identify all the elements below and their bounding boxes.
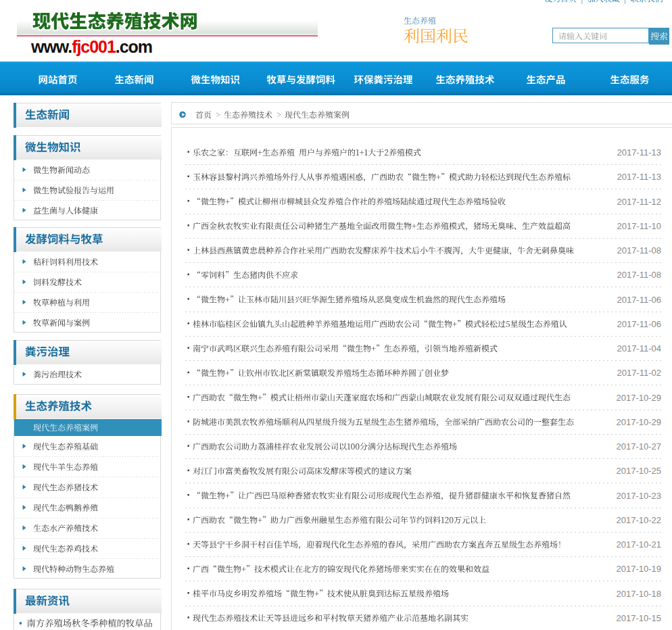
svg-text:2017-11-12: 2017-11-12: [617, 197, 661, 207]
svg-text:2017-10-29: 2017-10-29: [617, 393, 662, 403]
svg-text:2017-11-06: 2017-11-06: [617, 319, 661, 329]
svg-text:2017-10-15: 2017-10-15: [617, 613, 662, 623]
svg-text:2017-10-18: 2017-10-18: [617, 589, 662, 599]
svg-text:2017-10-19: 2017-10-19: [617, 564, 662, 574]
svg-text:2017-10-23: 2017-10-23: [617, 491, 662, 501]
svg-text:2017-11-13: 2017-11-13: [617, 172, 661, 182]
svg-text:2017-11-02: 2017-11-02: [617, 368, 661, 378]
svg-text:2017-11-06: 2017-11-06: [617, 295, 661, 305]
svg-text:2017-11-10: 2017-11-10: [617, 221, 661, 231]
svg-text:2017-10-25: 2017-10-25: [617, 466, 662, 476]
svg-text:2017-10-27: 2017-10-27: [617, 441, 662, 452]
svg-text:2017-11-04: 2017-11-04: [617, 343, 661, 354]
svg-text:2017-11-13: 2017-11-13: [617, 147, 661, 158]
svg-text:2017-11-08: 2017-11-08: [617, 245, 661, 256]
svg-text:2017-10-21: 2017-10-21: [617, 539, 662, 550]
svg-text:2017-11-08: 2017-11-08: [617, 270, 661, 280]
svg-text:2017-10-29: 2017-10-29: [617, 417, 662, 427]
svg-text:2017-10-22: 2017-10-22: [617, 515, 662, 525]
